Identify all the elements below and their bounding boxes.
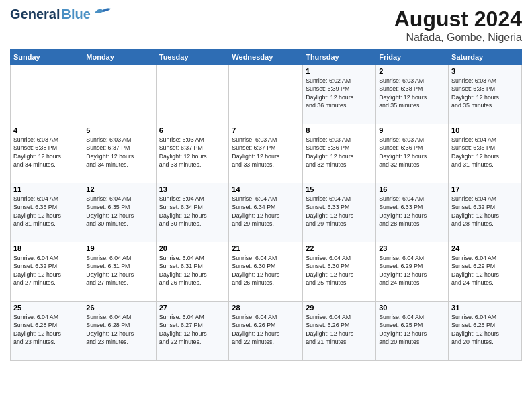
day-number: 3 bbox=[451, 67, 519, 75]
week-row-5: 25Sunrise: 6:04 AM Sunset: 6:28 PM Dayli… bbox=[11, 302, 522, 361]
week-row-2: 4Sunrise: 6:03 AM Sunset: 6:38 PM Daylig… bbox=[11, 124, 522, 183]
calendar-cell: 3Sunrise: 6:03 AM Sunset: 6:38 PM Daylig… bbox=[449, 65, 522, 124]
day-number: 28 bbox=[232, 304, 300, 312]
col-monday: Monday bbox=[83, 50, 156, 65]
calendar-cell: 8Sunrise: 6:03 AM Sunset: 6:36 PM Daylig… bbox=[303, 124, 376, 183]
day-number: 31 bbox=[451, 304, 519, 312]
col-wednesday: Wednesday bbox=[229, 50, 303, 65]
col-sunday: Sunday bbox=[11, 50, 83, 65]
calendar-cell: 28Sunrise: 6:04 AM Sunset: 6:26 PM Dayli… bbox=[229, 302, 303, 361]
calendar-cell: 4Sunrise: 6:03 AM Sunset: 6:38 PM Daylig… bbox=[11, 124, 83, 183]
logo-blue: Blue bbox=[61, 7, 90, 22]
calendar-cell: 31Sunrise: 6:04 AM Sunset: 6:25 PM Dayli… bbox=[449, 302, 522, 361]
day-number: 29 bbox=[306, 304, 373, 312]
day-number: 7 bbox=[232, 126, 300, 134]
weekday-row: Sunday Monday Tuesday Wednesday Thursday… bbox=[11, 50, 522, 65]
day-number: 24 bbox=[451, 244, 519, 253]
calendar-cell: 1Sunrise: 6:02 AM Sunset: 6:39 PM Daylig… bbox=[303, 65, 376, 124]
day-info: Sunrise: 6:04 AM Sunset: 6:30 PM Dayligh… bbox=[232, 254, 300, 287]
calendar-cell bbox=[156, 65, 229, 124]
day-info: Sunrise: 6:04 AM Sunset: 6:35 PM Dayligh… bbox=[13, 195, 80, 228]
day-info: Sunrise: 6:04 AM Sunset: 6:36 PM Dayligh… bbox=[451, 136, 519, 169]
calendar-cell: 5Sunrise: 6:03 AM Sunset: 6:37 PM Daylig… bbox=[83, 124, 156, 183]
day-info: Sunrise: 6:03 AM Sunset: 6:37 PM Dayligh… bbox=[159, 136, 226, 169]
calendar-cell: 23Sunrise: 6:04 AM Sunset: 6:29 PM Dayli… bbox=[376, 242, 449, 302]
day-number: 1 bbox=[306, 67, 373, 75]
calendar-body: 1Sunrise: 6:02 AM Sunset: 6:39 PM Daylig… bbox=[11, 65, 522, 361]
logo-bird-icon bbox=[93, 6, 112, 18]
day-number: 12 bbox=[86, 185, 152, 193]
calendar-cell: 21Sunrise: 6:04 AM Sunset: 6:30 PM Dayli… bbox=[229, 242, 303, 302]
calendar-cell: 29Sunrise: 6:04 AM Sunset: 6:26 PM Dayli… bbox=[303, 302, 376, 361]
day-info: Sunrise: 6:04 AM Sunset: 6:28 PM Dayligh… bbox=[86, 313, 152, 346]
logo-general: General bbox=[10, 7, 60, 22]
calendar-cell: 26Sunrise: 6:04 AM Sunset: 6:28 PM Dayli… bbox=[83, 302, 156, 361]
day-number: 6 bbox=[159, 126, 226, 134]
col-friday: Friday bbox=[376, 50, 449, 65]
day-number: 20 bbox=[159, 244, 226, 253]
day-info: Sunrise: 6:04 AM Sunset: 6:30 PM Dayligh… bbox=[306, 254, 373, 287]
calendar-cell: 24Sunrise: 6:04 AM Sunset: 6:29 PM Dayli… bbox=[449, 242, 522, 302]
day-number: 4 bbox=[13, 126, 80, 134]
day-info: Sunrise: 6:04 AM Sunset: 6:25 PM Dayligh… bbox=[379, 313, 445, 346]
calendar-cell: 19Sunrise: 6:04 AM Sunset: 6:31 PM Dayli… bbox=[83, 242, 156, 302]
page-subtitle: Nafada, Gombe, Nigeria bbox=[394, 32, 522, 44]
calendar-cell: 11Sunrise: 6:04 AM Sunset: 6:35 PM Dayli… bbox=[11, 183, 83, 242]
week-row-3: 11Sunrise: 6:04 AM Sunset: 6:35 PM Dayli… bbox=[11, 183, 522, 242]
day-info: Sunrise: 6:04 AM Sunset: 6:34 PM Dayligh… bbox=[159, 195, 226, 228]
day-number: 30 bbox=[379, 304, 445, 312]
page: General Blue August 2024 Nafada, Gombe, … bbox=[0, 0, 532, 411]
calendar-cell: 2Sunrise: 6:03 AM Sunset: 6:38 PM Daylig… bbox=[376, 65, 449, 124]
day-number: 21 bbox=[232, 244, 300, 253]
day-number: 27 bbox=[159, 304, 226, 312]
day-info: Sunrise: 6:04 AM Sunset: 6:27 PM Dayligh… bbox=[159, 313, 226, 346]
day-info: Sunrise: 6:03 AM Sunset: 6:36 PM Dayligh… bbox=[306, 136, 373, 169]
day-number: 22 bbox=[306, 244, 373, 253]
calendar-cell: 30Sunrise: 6:04 AM Sunset: 6:25 PM Dayli… bbox=[376, 302, 449, 361]
day-info: Sunrise: 6:04 AM Sunset: 6:34 PM Dayligh… bbox=[232, 195, 300, 228]
header: General Blue August 2024 Nafada, Gombe, … bbox=[10, 7, 522, 44]
calendar-cell: 17Sunrise: 6:04 AM Sunset: 6:32 PM Dayli… bbox=[449, 183, 522, 242]
day-number: 11 bbox=[13, 185, 80, 193]
day-info: Sunrise: 6:04 AM Sunset: 6:33 PM Dayligh… bbox=[306, 195, 373, 228]
day-info: Sunrise: 6:04 AM Sunset: 6:32 PM Dayligh… bbox=[13, 254, 80, 287]
col-thursday: Thursday bbox=[303, 50, 376, 65]
calendar-cell: 16Sunrise: 6:04 AM Sunset: 6:33 PM Dayli… bbox=[376, 183, 449, 242]
day-number: 23 bbox=[379, 244, 445, 253]
week-row-1: 1Sunrise: 6:02 AM Sunset: 6:39 PM Daylig… bbox=[11, 65, 522, 124]
day-info: Sunrise: 6:04 AM Sunset: 6:35 PM Dayligh… bbox=[86, 195, 152, 228]
calendar-cell: 20Sunrise: 6:04 AM Sunset: 6:31 PM Dayli… bbox=[156, 242, 229, 302]
logo: General Blue bbox=[10, 7, 112, 22]
day-info: Sunrise: 6:04 AM Sunset: 6:26 PM Dayligh… bbox=[306, 313, 373, 346]
day-info: Sunrise: 6:04 AM Sunset: 6:32 PM Dayligh… bbox=[451, 195, 519, 228]
calendar-cell: 15Sunrise: 6:04 AM Sunset: 6:33 PM Dayli… bbox=[303, 183, 376, 242]
day-info: Sunrise: 6:04 AM Sunset: 6:31 PM Dayligh… bbox=[159, 254, 226, 287]
calendar-cell: 10Sunrise: 6:04 AM Sunset: 6:36 PM Dayli… bbox=[449, 124, 522, 183]
calendar-cell: 14Sunrise: 6:04 AM Sunset: 6:34 PM Dayli… bbox=[229, 183, 303, 242]
day-info: Sunrise: 6:03 AM Sunset: 6:38 PM Dayligh… bbox=[13, 136, 80, 169]
calendar-cell: 6Sunrise: 6:03 AM Sunset: 6:37 PM Daylig… bbox=[156, 124, 229, 183]
day-info: Sunrise: 6:03 AM Sunset: 6:38 PM Dayligh… bbox=[379, 77, 445, 109]
calendar: Sunday Monday Tuesday Wednesday Thursday… bbox=[10, 49, 522, 361]
calendar-cell bbox=[83, 65, 156, 124]
week-row-4: 18Sunrise: 6:04 AM Sunset: 6:32 PM Dayli… bbox=[11, 242, 522, 302]
day-info: Sunrise: 6:02 AM Sunset: 6:39 PM Dayligh… bbox=[306, 77, 373, 109]
calendar-cell: 18Sunrise: 6:04 AM Sunset: 6:32 PM Dayli… bbox=[11, 242, 83, 302]
day-number: 13 bbox=[159, 185, 226, 193]
day-number: 9 bbox=[379, 126, 445, 134]
col-tuesday: Tuesday bbox=[156, 50, 229, 65]
day-number: 17 bbox=[451, 185, 519, 193]
day-number: 18 bbox=[13, 244, 80, 253]
day-number: 19 bbox=[86, 244, 152, 253]
day-number: 16 bbox=[379, 185, 445, 193]
day-number: 25 bbox=[13, 304, 80, 312]
calendar-cell: 12Sunrise: 6:04 AM Sunset: 6:35 PM Dayli… bbox=[83, 183, 156, 242]
day-number: 8 bbox=[306, 126, 373, 134]
day-number: 10 bbox=[451, 126, 519, 134]
calendar-cell: 27Sunrise: 6:04 AM Sunset: 6:27 PM Dayli… bbox=[156, 302, 229, 361]
day-number: 15 bbox=[306, 185, 373, 193]
day-info: Sunrise: 6:04 AM Sunset: 6:29 PM Dayligh… bbox=[379, 254, 445, 287]
day-info: Sunrise: 6:04 AM Sunset: 6:31 PM Dayligh… bbox=[86, 254, 152, 287]
day-info: Sunrise: 6:04 AM Sunset: 6:28 PM Dayligh… bbox=[13, 313, 80, 346]
day-number: 2 bbox=[379, 67, 445, 75]
